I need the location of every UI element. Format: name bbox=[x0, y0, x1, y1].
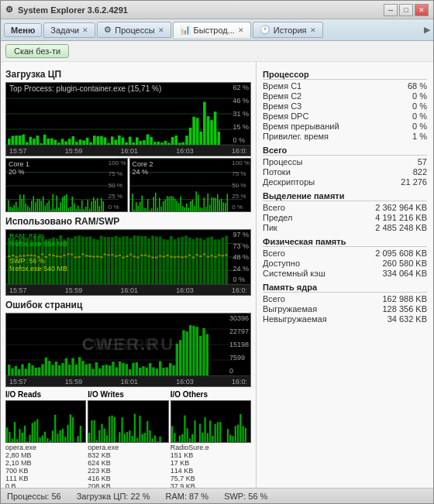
core2-percent-labels: 100 % 75 % 50 % 25 % 0 % bbox=[232, 159, 250, 211]
row-label: Невыгружаемая bbox=[263, 314, 327, 324]
row-value: 21 276 bbox=[401, 177, 427, 187]
tab-tasks-label: Задачи bbox=[50, 26, 79, 35]
row-label: Выгружаемая bbox=[263, 304, 317, 314]
history-icon: 🕐 bbox=[260, 25, 270, 35]
phys-mem-section-title: Физическая память bbox=[263, 237, 427, 247]
tab-performance[interactable]: 📊 Быстрод... ✕ bbox=[173, 22, 251, 38]
row-value: 2 362 964 KB bbox=[375, 203, 427, 212]
right-panel: Процессор Время C168 %Время C20 %Время C… bbox=[257, 62, 433, 488]
kernel-mem-rows: Всего162 988 KBВыгружаемая128 356 KBНевы… bbox=[263, 294, 427, 324]
core2-chart: Core 2 24 % 100 % 75 % 50 % 25 % 0 % bbox=[129, 158, 252, 212]
core1-percent-labels: 100 % 75 % 50 % 25 % 0 % bbox=[108, 159, 126, 211]
row-value: 57 bbox=[418, 157, 427, 166]
row-label: Доступно bbox=[263, 259, 300, 268]
scan-button[interactable]: Скан без-ти bbox=[5, 44, 69, 58]
row-value: 162 988 KB bbox=[383, 294, 428, 303]
right-row: Дескрипторы21 276 bbox=[263, 177, 427, 187]
core1-label: Core 1 20 % bbox=[9, 160, 29, 176]
menu-button[interactable]: Меню bbox=[4, 23, 42, 37]
row-label: Процессы bbox=[263, 157, 302, 166]
cpu-section-title: Загрузка ЦП bbox=[5, 69, 251, 80]
tab-performance-close[interactable]: ✕ bbox=[238, 26, 244, 34]
status-cpu: Загрузка ЦП: 22 % bbox=[77, 492, 150, 501]
right-row: Время C30 % bbox=[263, 101, 427, 111]
ram-process: firefox.exe 564 MB bbox=[9, 240, 67, 248]
io-others-canvas bbox=[171, 401, 247, 443]
row-label: Привилег. время bbox=[263, 132, 329, 141]
row-label: Всего bbox=[263, 294, 285, 303]
ram-x-labels: 15:57 15:59 16:01 16:03 16:0: bbox=[6, 284, 250, 295]
io-writes-title: I/O Writes bbox=[88, 390, 168, 399]
io-reads-values: opera.exe 2,80 MB 2,10 MB 700 KB 111 KB … bbox=[5, 444, 86, 488]
io-writes-col: I/O Writes opera.exe 832 KB 624 KB 223 K… bbox=[88, 390, 168, 488]
io-others-col: I/O Others RadioSure.e 151 KB 17 KB 114 … bbox=[170, 390, 251, 488]
row-label: Всего bbox=[263, 249, 285, 258]
pages-value-labels: 30396 22797 15198 7599 0 bbox=[229, 314, 249, 375]
swp-percent: SWP: 56 % bbox=[9, 257, 45, 265]
ram-percent-labels: 97 % 73 % 48 % 24 % 0 % bbox=[232, 230, 249, 284]
status-processes: Процессы: 56 bbox=[7, 492, 61, 501]
status-ram: RAM: 87 % bbox=[165, 492, 208, 501]
tab-history[interactable]: 🕐 История ✕ bbox=[253, 22, 323, 38]
io-others-values: RadioSure.e 151 KB 17 KB 114 KB 75,7 KB … bbox=[170, 444, 251, 488]
close-button[interactable]: ✕ bbox=[415, 4, 429, 16]
row-label: Время DPC bbox=[263, 111, 308, 121]
row-value: 2 095 608 KB bbox=[375, 249, 427, 258]
row-value: 0 % bbox=[412, 91, 427, 101]
cwer-watermark: CWER.RU bbox=[82, 334, 174, 355]
row-label: Время прерываний bbox=[263, 122, 339, 131]
status-swp: SWP: 56 % bbox=[224, 492, 267, 501]
tab-processes-close[interactable]: ✕ bbox=[158, 26, 164, 34]
tab-tasks-close[interactable]: ✕ bbox=[82, 26, 88, 34]
all-rows: Процессы57Потоки822Дескрипторы21 276 bbox=[263, 157, 427, 187]
tab-tasks[interactable]: Задачи ✕ bbox=[43, 22, 95, 38]
io-section: I/O Reads opera.exe 2,80 MB 2,10 MB 700 … bbox=[5, 390, 251, 488]
ram-percent: RAM: 87 % bbox=[9, 232, 45, 240]
main-window: ⚙ System Explorer 3.6.2.4291 ─ □ ✕ Меню … bbox=[0, 0, 434, 504]
tab-performance-label: Быстрод... bbox=[194, 26, 235, 35]
cpu-percent-labels: 62 % 46 % 31 % 15 % 0 % bbox=[232, 83, 249, 145]
row-value: 1 % bbox=[412, 132, 427, 141]
toolbar: Скан без-ти bbox=[1, 41, 433, 62]
row-value: 4 191 216 KB bbox=[375, 213, 427, 222]
processor-section-title: Процессор bbox=[263, 70, 427, 80]
right-row: Время C20 % bbox=[263, 91, 427, 101]
minimize-button[interactable]: ─ bbox=[384, 4, 398, 16]
tab-history-label: История bbox=[274, 26, 307, 35]
right-row: Время DPC0 % bbox=[263, 111, 427, 121]
row-value: 0 % bbox=[412, 111, 427, 121]
row-value: 68 % bbox=[408, 81, 427, 91]
right-row: Привилег. время1 % bbox=[263, 132, 427, 141]
row-value: 0 % bbox=[412, 122, 427, 131]
tab-history-close[interactable]: ✕ bbox=[310, 26, 316, 34]
right-row: Доступно260 580 KB bbox=[263, 259, 427, 268]
pages-chart-container: CWER.RU 30396 22797 15198 7599 0 15:57 1… bbox=[5, 313, 251, 387]
nav-arrow[interactable]: ▶ bbox=[424, 25, 430, 35]
io-others-chart bbox=[170, 400, 251, 443]
maximize-button[interactable]: □ bbox=[399, 4, 413, 16]
kernel-mem-section-title: Память ядра bbox=[263, 283, 427, 293]
left-panel: Загрузка ЦП Top Process: plugin-containe… bbox=[1, 62, 257, 488]
row-value: 34 632 KB bbox=[388, 314, 427, 324]
row-value: 0 % bbox=[412, 101, 427, 111]
row-value: 2 485 248 KB bbox=[375, 223, 427, 232]
io-charts-row: I/O Reads opera.exe 2,80 MB 2,10 MB 700 … bbox=[5, 390, 251, 488]
io-writes-values: opera.exe 832 KB 624 KB 223 KB 416 KB 20… bbox=[88, 444, 168, 488]
row-label: Пик bbox=[263, 223, 277, 232]
ram-label: RAM: 87 % firefox.exe 564 MB bbox=[9, 232, 67, 248]
main-content: Загрузка ЦП Top Process: plugin-containe… bbox=[1, 62, 433, 488]
right-row: Потоки822 bbox=[263, 167, 427, 177]
cpu-chart-main: Top Process: plugin-container.exe (15,71… bbox=[6, 83, 250, 145]
phys-mem-rows: Всего2 095 608 KBДоступно260 580 KBСисте… bbox=[263, 249, 427, 278]
row-label: Время C2 bbox=[263, 91, 301, 101]
tab-processes[interactable]: ⚙ Процессы ✕ bbox=[97, 22, 170, 38]
row-value: 334 064 KB bbox=[383, 269, 428, 278]
right-row: Пик2 485 248 KB bbox=[263, 223, 427, 232]
io-others-title: I/O Others bbox=[170, 390, 251, 399]
swp-label: SWP: 56 % firefox.exe 540 MB bbox=[9, 257, 67, 273]
ram-chart: RAM: 87 % firefox.exe 564 MB SWP: 56 % f… bbox=[6, 230, 250, 284]
row-label: Предел bbox=[263, 213, 293, 222]
cpu-top-process: Top Process: plugin-container.exe (15,71… bbox=[9, 84, 161, 93]
tab-processes-label: Процессы bbox=[115, 26, 154, 35]
core1-chart: Core 1 20 % 100 % 75 % 50 % 25 % 0 % bbox=[5, 158, 128, 212]
